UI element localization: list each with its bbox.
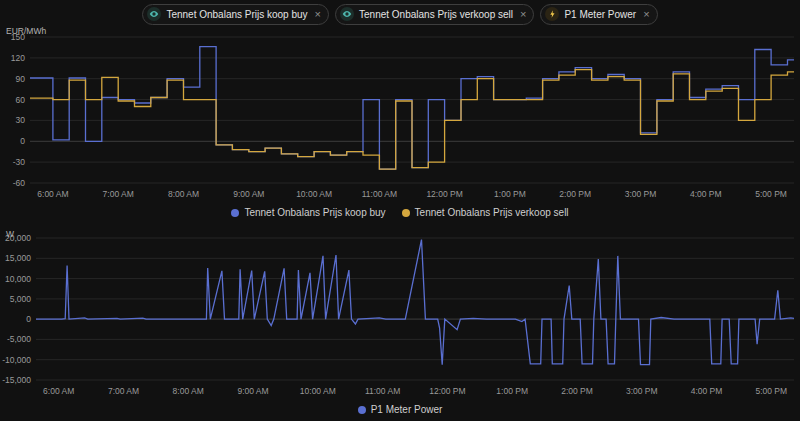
legend-dot: [358, 406, 366, 414]
price-chart-block: EUR/MWh 1501209060300-30-606:00 AM7:00 A…: [0, 27, 800, 220]
chip-tennet-verkoop-sell[interactable]: Tennet Onbalans Prijs verkoop sell ×: [335, 4, 534, 25]
svg-text:10:00 AM: 10:00 AM: [300, 386, 336, 396]
svg-text:1:00 PM: 1:00 PM: [496, 386, 528, 396]
close-icon[interactable]: ×: [313, 9, 321, 20]
chip-tennet-koop-buy[interactable]: Tennet Onbalans Prijs koop buy ×: [142, 4, 329, 25]
svg-text:-60: -60: [13, 178, 26, 188]
legend-item-verkoop-sell[interactable]: Tennet Onbalans Prijs verkoop sell: [402, 207, 569, 218]
svg-text:30: 30: [16, 115, 26, 125]
svg-text:7:00 AM: 7:00 AM: [103, 189, 134, 199]
power-line-chart[interactable]: 20,00015,00010,0005,0000-5,000-10,000-15…: [0, 230, 800, 402]
svg-text:11:00 AM: 11:00 AM: [365, 386, 400, 396]
chip-label: Tennet Onbalans Prijs verkoop sell: [359, 9, 513, 20]
legend-dot: [402, 209, 410, 217]
y-axis-unit-label: EUR/MWh: [6, 26, 46, 36]
svg-text:8:00 AM: 8:00 AM: [173, 386, 204, 396]
svg-text:120: 120: [11, 53, 25, 63]
price-chart-legend: Tennet Onbalans Prijs koop buy Tennet On…: [0, 205, 800, 220]
svg-text:8:00 AM: 8:00 AM: [168, 189, 199, 199]
entity-filter-chips: Tennet Onbalans Prijs koop buy × Tennet …: [0, 0, 800, 27]
svg-text:12:00 PM: 12:00 PM: [429, 386, 465, 396]
svg-text:3:00 PM: 3:00 PM: [626, 386, 658, 396]
eye-icon: [147, 7, 161, 21]
svg-text:2:00 PM: 2:00 PM: [559, 189, 591, 199]
svg-text:12:00 PM: 12:00 PM: [426, 189, 462, 199]
svg-text:-5,000: -5,000: [7, 334, 31, 344]
svg-text:11:00 AM: 11:00 AM: [362, 189, 397, 199]
svg-text:-15,000: -15,000: [2, 375, 31, 385]
legend-label: Tennet Onbalans Prijs verkoop sell: [415, 207, 569, 218]
close-icon[interactable]: ×: [641, 9, 649, 20]
svg-text:9:00 AM: 9:00 AM: [233, 189, 264, 199]
svg-text:5:00 PM: 5:00 PM: [755, 189, 787, 199]
svg-text:90: 90: [16, 74, 26, 84]
svg-text:7:00 AM: 7:00 AM: [108, 386, 139, 396]
price-step-chart[interactable]: 1501209060300-30-606:00 AM7:00 AM8:00 AM…: [0, 27, 800, 205]
svg-text:60: 60: [16, 95, 26, 105]
power-chart-legend: P1 Meter Power: [0, 402, 800, 417]
svg-text:5:00 PM: 5:00 PM: [755, 386, 787, 396]
chip-label: P1 Meter Power: [564, 9, 636, 20]
svg-text:2:00 PM: 2:00 PM: [561, 386, 593, 396]
lightning-bolt-icon: [545, 7, 559, 21]
chip-label: Tennet Onbalans Prijs koop buy: [166, 9, 307, 20]
svg-text:1:00 PM: 1:00 PM: [494, 189, 526, 199]
legend-dot: [231, 209, 239, 217]
svg-text:4:00 PM: 4:00 PM: [690, 189, 722, 199]
legend-label: Tennet Onbalans Prijs koop buy: [244, 207, 385, 218]
spacer: [0, 220, 800, 230]
svg-text:0: 0: [20, 136, 25, 146]
svg-text:10:00 AM: 10:00 AM: [296, 189, 332, 199]
svg-text:-10,000: -10,000: [2, 355, 31, 365]
svg-text:15,000: 15,000: [5, 253, 31, 263]
chip-p1-meter-power[interactable]: P1 Meter Power ×: [540, 4, 657, 25]
y-axis-unit-label: W: [6, 229, 14, 239]
legend-item-p1-meter-power[interactable]: P1 Meter Power: [358, 404, 443, 415]
svg-text:0: 0: [26, 314, 31, 324]
legend-item-koop-buy[interactable]: Tennet Onbalans Prijs koop buy: [231, 207, 385, 218]
power-chart-block: W 20,00015,00010,0005,0000-5,000-10,000-…: [0, 230, 800, 417]
svg-text:3:00 PM: 3:00 PM: [625, 189, 657, 199]
svg-text:5,000: 5,000: [10, 294, 32, 304]
svg-text:-30: -30: [13, 157, 26, 167]
svg-text:6:00 AM: 6:00 AM: [37, 189, 68, 199]
svg-text:6:00 AM: 6:00 AM: [43, 386, 74, 396]
svg-text:4:00 PM: 4:00 PM: [691, 386, 723, 396]
svg-text:10,000: 10,000: [5, 274, 31, 284]
svg-text:9:00 AM: 9:00 AM: [237, 386, 268, 396]
legend-label: P1 Meter Power: [371, 404, 443, 415]
eye-icon: [340, 7, 354, 21]
close-icon[interactable]: ×: [518, 9, 526, 20]
